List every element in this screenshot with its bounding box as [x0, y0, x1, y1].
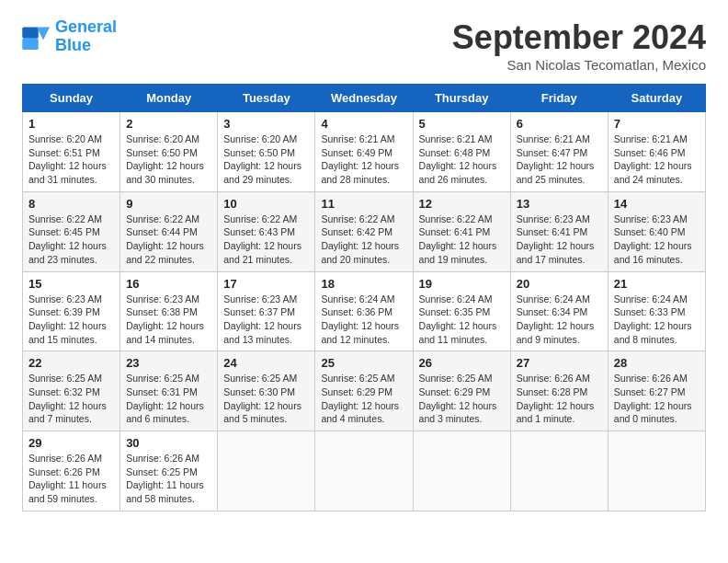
calendar-cell: 13Sunrise: 6:23 AMSunset: 6:41 PMDayligh…	[510, 191, 608, 271]
cell-info: Sunrise: 6:23 AMSunset: 6:39 PMDaylight:…	[28, 293, 107, 345]
calendar-cell: 25Sunrise: 6:25 AMSunset: 6:29 PMDayligh…	[315, 351, 413, 431]
cell-info: Sunrise: 6:26 AMSunset: 6:26 PMDaylight:…	[28, 453, 107, 504]
calendar-cell: 30Sunrise: 6:26 AMSunset: 6:25 PMDayligh…	[120, 431, 218, 511]
weekday-header-row: SundayMondayTuesdayWednesdayThursdayFrid…	[23, 85, 706, 112]
day-number: 4	[321, 117, 406, 131]
svg-rect-0	[22, 27, 39, 38]
day-number: 21	[614, 277, 700, 291]
calendar-cell: 28Sunrise: 6:26 AMSunset: 6:27 PMDayligh…	[608, 351, 705, 431]
cell-info: Sunrise: 6:26 AMSunset: 6:25 PMDaylight:…	[126, 453, 204, 504]
calendar-cell: 20Sunrise: 6:24 AMSunset: 6:34 PMDayligh…	[510, 271, 608, 351]
calendar-cell: 5Sunrise: 6:21 AMSunset: 6:48 PMDaylight…	[413, 112, 510, 192]
cell-info: Sunrise: 6:23 AMSunset: 6:38 PMDaylight:…	[126, 293, 204, 345]
cell-info: Sunrise: 6:26 AMSunset: 6:27 PMDaylight:…	[614, 373, 692, 424]
calendar-cell: 1Sunrise: 6:20 AMSunset: 6:51 PMDaylight…	[23, 112, 120, 192]
calendar-cell: 18Sunrise: 6:24 AMSunset: 6:36 PMDayligh…	[315, 271, 413, 351]
calendar-cell: 2Sunrise: 6:20 AMSunset: 6:50 PMDaylight…	[120, 112, 218, 192]
day-number: 15	[28, 277, 114, 291]
calendar-cell: 19Sunrise: 6:24 AMSunset: 6:35 PMDayligh…	[413, 271, 510, 351]
day-number: 13	[517, 197, 602, 211]
weekday-header-sunday: Sunday	[23, 85, 120, 112]
calendar-week-row: 22Sunrise: 6:25 AMSunset: 6:32 PMDayligh…	[23, 351, 706, 431]
day-number: 23	[126, 356, 211, 370]
cell-info: Sunrise: 6:24 AMSunset: 6:35 PMDaylight:…	[419, 293, 497, 345]
month-title: September 2024	[452, 18, 706, 57]
day-number: 8	[28, 197, 114, 211]
day-number: 9	[126, 197, 211, 211]
day-number: 14	[614, 197, 700, 211]
day-number: 3	[223, 117, 309, 131]
day-number: 6	[517, 117, 602, 131]
cell-info: Sunrise: 6:25 AMSunset: 6:30 PMDaylight:…	[223, 373, 301, 424]
page-header: General Blue September 2024 San Nicolas …	[22, 18, 706, 73]
svg-rect-2	[22, 39, 39, 50]
day-number: 16	[126, 277, 211, 291]
day-number: 24	[223, 356, 309, 370]
day-number: 10	[223, 197, 309, 211]
calendar-cell: 10Sunrise: 6:22 AMSunset: 6:43 PMDayligh…	[218, 191, 315, 271]
cell-info: Sunrise: 6:25 AMSunset: 6:29 PMDaylight:…	[419, 373, 497, 424]
cell-info: Sunrise: 6:26 AMSunset: 6:28 PMDaylight:…	[517, 373, 595, 424]
day-number: 18	[321, 277, 406, 291]
weekday-header-monday: Monday	[120, 85, 218, 112]
title-area: September 2024 San Nicolas Tecomatlan, M…	[452, 18, 706, 73]
location-subtitle: San Nicolas Tecomatlan, Mexico	[452, 57, 706, 73]
calendar-body: 1Sunrise: 6:20 AMSunset: 6:51 PMDaylight…	[23, 112, 706, 511]
weekday-header-wednesday: Wednesday	[315, 85, 413, 112]
day-number: 12	[419, 197, 505, 211]
logo-line1: General	[55, 17, 117, 36]
weekday-header-friday: Friday	[510, 85, 608, 112]
cell-info: Sunrise: 6:23 AMSunset: 6:40 PMDaylight:…	[614, 213, 692, 265]
day-number: 19	[419, 277, 505, 291]
cell-info: Sunrise: 6:22 AMSunset: 6:43 PMDaylight:…	[223, 213, 301, 265]
calendar-cell: 9Sunrise: 6:22 AMSunset: 6:44 PMDaylight…	[120, 191, 218, 271]
calendar-cell	[218, 431, 315, 511]
cell-info: Sunrise: 6:22 AMSunset: 6:44 PMDaylight:…	[126, 213, 204, 265]
calendar-cell: 11Sunrise: 6:22 AMSunset: 6:42 PMDayligh…	[315, 191, 413, 271]
calendar-cell: 16Sunrise: 6:23 AMSunset: 6:38 PMDayligh…	[120, 271, 218, 351]
cell-info: Sunrise: 6:24 AMSunset: 6:33 PMDaylight:…	[614, 293, 692, 345]
calendar-cell: 26Sunrise: 6:25 AMSunset: 6:29 PMDayligh…	[413, 351, 510, 431]
logo-text: General Blue	[55, 18, 117, 55]
cell-info: Sunrise: 6:25 AMSunset: 6:32 PMDaylight:…	[28, 373, 107, 424]
cell-info: Sunrise: 6:20 AMSunset: 6:51 PMDaylight:…	[28, 133, 107, 185]
day-number: 27	[517, 356, 602, 370]
cell-info: Sunrise: 6:22 AMSunset: 6:42 PMDaylight:…	[321, 213, 399, 265]
cell-info: Sunrise: 6:23 AMSunset: 6:41 PMDaylight:…	[517, 213, 595, 265]
calendar-cell: 22Sunrise: 6:25 AMSunset: 6:32 PMDayligh…	[23, 351, 120, 431]
day-number: 25	[321, 356, 406, 370]
calendar-cell: 29Sunrise: 6:26 AMSunset: 6:26 PMDayligh…	[23, 431, 120, 511]
day-number: 29	[28, 436, 114, 450]
cell-info: Sunrise: 6:21 AMSunset: 6:48 PMDaylight:…	[419, 133, 497, 185]
day-number: 5	[419, 117, 505, 131]
svg-marker-1	[37, 27, 50, 40]
calendar-week-row: 15Sunrise: 6:23 AMSunset: 6:39 PMDayligh…	[23, 271, 706, 351]
day-number: 2	[126, 117, 211, 131]
calendar-cell: 23Sunrise: 6:25 AMSunset: 6:31 PMDayligh…	[120, 351, 218, 431]
logo-icon	[22, 24, 51, 50]
calendar-cell: 3Sunrise: 6:20 AMSunset: 6:50 PMDaylight…	[218, 112, 315, 192]
cell-info: Sunrise: 6:20 AMSunset: 6:50 PMDaylight:…	[223, 133, 301, 185]
calendar-cell: 8Sunrise: 6:22 AMSunset: 6:45 PMDaylight…	[23, 191, 120, 271]
cell-info: Sunrise: 6:20 AMSunset: 6:50 PMDaylight:…	[126, 133, 204, 185]
day-number: 20	[517, 277, 602, 291]
day-number: 30	[126, 436, 211, 450]
cell-info: Sunrise: 6:22 AMSunset: 6:45 PMDaylight:…	[28, 213, 107, 265]
calendar-cell: 21Sunrise: 6:24 AMSunset: 6:33 PMDayligh…	[608, 271, 705, 351]
logo: General Blue	[22, 18, 117, 55]
calendar-cell: 6Sunrise: 6:21 AMSunset: 6:47 PMDaylight…	[510, 112, 608, 192]
logo-line2: Blue	[55, 36, 91, 54]
calendar-cell: 15Sunrise: 6:23 AMSunset: 6:39 PMDayligh…	[23, 271, 120, 351]
calendar-cell: 14Sunrise: 6:23 AMSunset: 6:40 PMDayligh…	[608, 191, 705, 271]
calendar-cell: 7Sunrise: 6:21 AMSunset: 6:46 PMDaylight…	[608, 112, 705, 192]
calendar-header: SundayMondayTuesdayWednesdayThursdayFrid…	[23, 85, 706, 112]
cell-info: Sunrise: 6:21 AMSunset: 6:49 PMDaylight:…	[321, 133, 399, 185]
calendar-cell	[413, 431, 510, 511]
cell-info: Sunrise: 6:25 AMSunset: 6:31 PMDaylight:…	[126, 373, 204, 424]
weekday-header-tuesday: Tuesday	[218, 85, 315, 112]
calendar-cell: 12Sunrise: 6:22 AMSunset: 6:41 PMDayligh…	[413, 191, 510, 271]
calendar-cell: 24Sunrise: 6:25 AMSunset: 6:30 PMDayligh…	[218, 351, 315, 431]
weekday-header-saturday: Saturday	[608, 85, 705, 112]
calendar-cell: 27Sunrise: 6:26 AMSunset: 6:28 PMDayligh…	[510, 351, 608, 431]
calendar-cell	[315, 431, 413, 511]
